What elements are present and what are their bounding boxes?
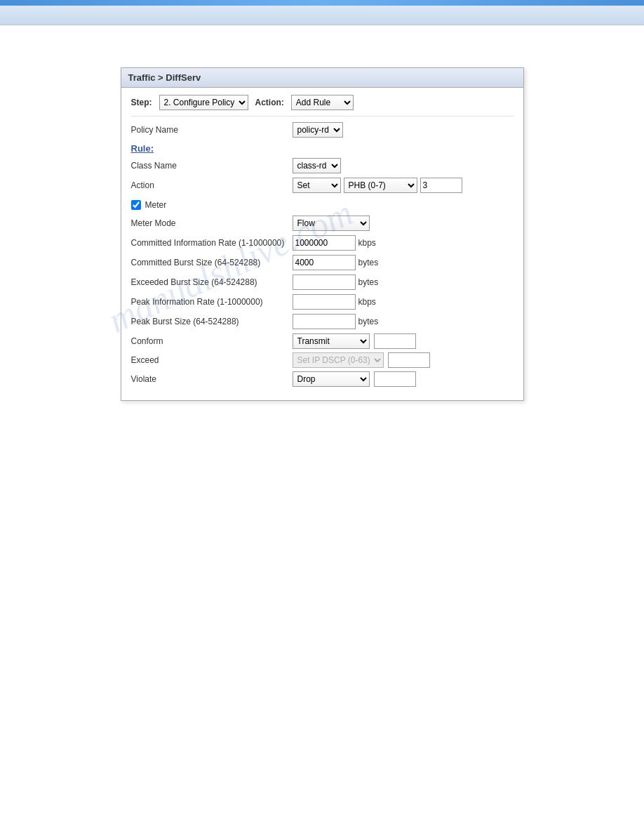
meter-mode-select[interactable]: Flow srTCM trTCM [293, 216, 370, 231]
pir-unit: kbps [358, 297, 376, 307]
cir-unit: kbps [358, 238, 376, 248]
violate-value-input[interactable] [374, 371, 416, 387]
pbs-unit: bytes [358, 317, 379, 326]
exceed-row: Exceed Set IP DSCP (0-63) Drop Transmit [131, 352, 514, 368]
exceed-label: Exceed [131, 355, 293, 365]
rule-header: Rule: [131, 143, 514, 154]
pbs-input[interactable] [293, 314, 356, 329]
ebs-label: Exceeded Burst Size (64-524288) [131, 277, 293, 287]
ebs-unit: bytes [358, 277, 379, 287]
diffserv-panel: Traffic > DiffServ Step: 1. Configure Cl… [121, 67, 524, 401]
action-label: Action: [255, 98, 284, 107]
pir-input[interactable] [293, 294, 356, 310]
conform-row: Conform Transmit Drop Set IP DSCP (0-63) [131, 333, 514, 349]
policy-name-label: Policy Name [131, 125, 293, 135]
ebs-input[interactable] [293, 274, 356, 290]
policy-name-select[interactable]: policy-rd [293, 122, 343, 138]
panel-title: Traffic > DiffServ [121, 68, 523, 88]
cbs-input[interactable] [293, 255, 356, 270]
conform-value-input[interactable] [374, 333, 416, 349]
main-content: Traffic > DiffServ Step: 1. Configure Cl… [0, 25, 644, 401]
pir-label: Peak Information Rate (1-1000000) [131, 297, 293, 307]
meter-mode-label: Meter Mode [131, 218, 293, 228]
conform-select[interactable]: Transmit Drop Set IP DSCP (0-63) [293, 333, 370, 349]
action-row: Action Set Drop Remark PHB (0-7) DSCP IP… [131, 178, 514, 193]
nav-bar [0, 6, 644, 25]
cir-row: Committed Information Rate (1-1000000) k… [131, 235, 514, 251]
step-select[interactable]: 1. Configure Class 2. Configure Policy 3… [159, 95, 248, 110]
meter-checkbox-row: Meter [131, 200, 514, 210]
violate-label: Violate [131, 374, 293, 384]
meter-checkbox[interactable] [131, 200, 141, 210]
conform-label: Conform [131, 336, 293, 346]
violate-row: Violate Drop Transmit Set IP DSCP (0-63) [131, 371, 514, 387]
pbs-row: Peak Burst Size (64-524288) bytes [131, 314, 514, 329]
action-inputs: Set Drop Remark PHB (0-7) DSCP IP Preced… [293, 178, 462, 193]
action-select[interactable]: Add Rule Delete Rule [291, 95, 354, 110]
cbs-row: Committed Burst Size (64-524288) bytes [131, 255, 514, 270]
cir-label: Committed Information Rate (1-1000000) [131, 238, 293, 248]
pir-row: Peak Information Rate (1-1000000) kbps [131, 294, 514, 310]
class-name-label: Class Name [131, 161, 293, 171]
top-bar [0, 0, 644, 6]
cbs-unit: bytes [358, 258, 379, 267]
action-field-label: Action [131, 180, 293, 190]
exceed-select[interactable]: Set IP DSCP (0-63) Drop Transmit [293, 352, 384, 368]
step-action-row: Step: 1. Configure Class 2. Configure Po… [131, 95, 514, 117]
action-value-input[interactable] [420, 178, 462, 193]
policy-name-row: Policy Name policy-rd [131, 122, 514, 138]
action-set-select[interactable]: Set Drop Remark [293, 178, 341, 193]
cir-input[interactable] [293, 235, 356, 251]
step-label: Step: [131, 98, 152, 107]
meter-checkbox-label: Meter [145, 200, 167, 210]
violate-select[interactable]: Drop Transmit Set IP DSCP (0-63) [293, 371, 370, 387]
meter-mode-row: Meter Mode Flow srTCM trTCM [131, 216, 514, 231]
class-name-row: Class Name class-rd [131, 158, 514, 173]
action-phb-select[interactable]: PHB (0-7) DSCP IP Precedence [344, 178, 417, 193]
pbs-label: Peak Burst Size (64-524288) [131, 317, 293, 326]
class-name-select[interactable]: class-rd [293, 158, 341, 173]
panel-body: Step: 1. Configure Class 2. Configure Po… [121, 88, 523, 400]
ebs-row: Exceeded Burst Size (64-524288) bytes [131, 274, 514, 290]
cbs-label: Committed Burst Size (64-524288) [131, 258, 293, 267]
exceed-value-input[interactable] [388, 352, 430, 368]
